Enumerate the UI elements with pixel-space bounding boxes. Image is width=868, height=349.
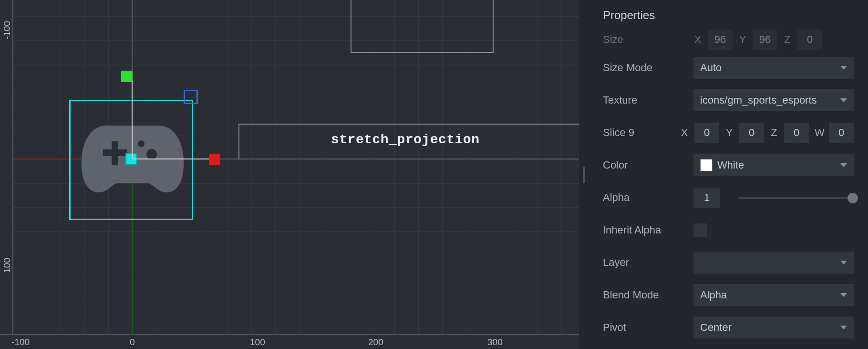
- property-row-color: Color White: [603, 149, 854, 181]
- properties-panel: Properties Size X 96 Y 96 Z 0 Size Mode …: [589, 0, 868, 349]
- axis-label-y: Y: [725, 127, 734, 139]
- slice9-w-input[interactable]: 0: [829, 123, 854, 143]
- chevron-down-icon: [840, 261, 847, 264]
- gizmo-y-handle[interactable]: [121, 71, 133, 82]
- ruler-tick: 200: [368, 337, 383, 348]
- property-label: Size: [603, 33, 693, 46]
- chevron-down-icon: [840, 66, 847, 70]
- ruler-tick: 300: [487, 337, 503, 348]
- property-row-blend-mode: Blend Mode Alpha: [603, 279, 854, 311]
- property-row-size: Size X 96 Y 96 Z 0: [603, 28, 854, 52]
- axis-label-x: X: [680, 127, 689, 139]
- node-outline-box: [351, 0, 494, 53]
- slice9-z-input[interactable]: 0: [784, 123, 809, 143]
- pivot-select[interactable]: Center: [693, 317, 854, 338]
- property-row-inherit-alpha: Inherit Alpha: [603, 214, 854, 246]
- node-wire-vertical: [238, 124, 239, 159]
- color-swatch: [700, 159, 713, 171]
- axis-label-y: Y: [738, 33, 747, 46]
- property-row-layer: Layer: [603, 246, 854, 279]
- alpha-slider[interactable]: [738, 197, 854, 199]
- property-label: Slice 9: [603, 127, 680, 139]
- slice9-x-input[interactable]: 0: [694, 123, 719, 143]
- rotate-handle[interactable]: [184, 90, 198, 104]
- blend-mode-select[interactable]: Alpha: [693, 284, 854, 306]
- node-wire-horizontal: [238, 124, 579, 125]
- layer-select[interactable]: [693, 252, 854, 274]
- ruler-vertical: -100 100: [0, 0, 13, 334]
- ruler-tick: 100: [250, 337, 265, 348]
- chevron-down-icon: [840, 293, 847, 297]
- scene-viewport[interactable]: stretch_projection -100 100 -100 0 100 2…: [0, 0, 579, 349]
- ruler-tick: 0: [130, 337, 135, 348]
- svg-rect-1: [112, 141, 118, 165]
- chevron-down-icon: [840, 326, 847, 329]
- property-label: Layer: [603, 256, 693, 269]
- ruler-horizontal: -100 0 100 200 300: [0, 334, 579, 349]
- property-label: Alpha: [603, 191, 693, 204]
- axis-label-z: Z: [783, 33, 792, 46]
- gizmo-y-line: [132, 81, 133, 159]
- svg-point-2: [146, 149, 157, 159]
- size-z-input[interactable]: 0: [797, 30, 822, 50]
- property-label: Size Mode: [603, 62, 693, 74]
- slider-thumb[interactable]: [847, 193, 858, 203]
- svg-point-3: [138, 140, 145, 147]
- property-label: Pivot: [603, 321, 693, 334]
- select-value: Center: [700, 321, 732, 334]
- property-row-alpha: Alpha 1: [603, 181, 854, 214]
- inherit-alpha-checkbox[interactable]: [693, 223, 707, 237]
- size-y-input[interactable]: 96: [753, 30, 777, 50]
- panel-splitter[interactable]: [579, 0, 589, 349]
- size-mode-select[interactable]: Auto: [693, 57, 854, 79]
- property-label: Color: [603, 159, 693, 171]
- ruler-tick: -100: [2, 21, 12, 39]
- gizmo-x-handle[interactable]: [209, 154, 220, 165]
- node-label: stretch_projection: [331, 132, 479, 147]
- alpha-input[interactable]: 1: [693, 188, 720, 208]
- ruler-tick: 100: [2, 258, 12, 273]
- select-value: icons/gm_sports_esports: [700, 94, 817, 106]
- texture-select[interactable]: icons/gm_sports_esports: [693, 89, 854, 111]
- select-value: Auto: [700, 62, 722, 74]
- axis-label-z: Z: [770, 127, 778, 139]
- property-label: Inherit Alpha: [603, 224, 693, 236]
- ruler-tick: -100: [11, 337, 30, 348]
- select-value: White: [717, 159, 744, 171]
- select-value: Alpha: [700, 289, 727, 301]
- property-label: Blend Mode: [603, 289, 693, 301]
- chevron-down-icon: [840, 98, 847, 102]
- axis-label-x: X: [693, 33, 702, 46]
- slice9-y-input[interactable]: 0: [739, 123, 764, 143]
- color-select[interactable]: White: [693, 154, 854, 176]
- property-label: Texture: [603, 94, 693, 106]
- property-row-size-mode: Size Mode Auto: [603, 52, 854, 84]
- axis-label-w: W: [815, 127, 823, 139]
- property-row-texture: Texture icons/gm_sports_esports: [603, 84, 854, 116]
- gizmo-x-line: [133, 159, 209, 159]
- property-row-slice9: Slice 9 X 0 Y 0 Z 0 W 0: [603, 116, 854, 149]
- chevron-down-icon: [840, 163, 847, 167]
- property-row-pivot: Pivot Center: [603, 311, 854, 344]
- size-x-input[interactable]: 96: [708, 30, 733, 50]
